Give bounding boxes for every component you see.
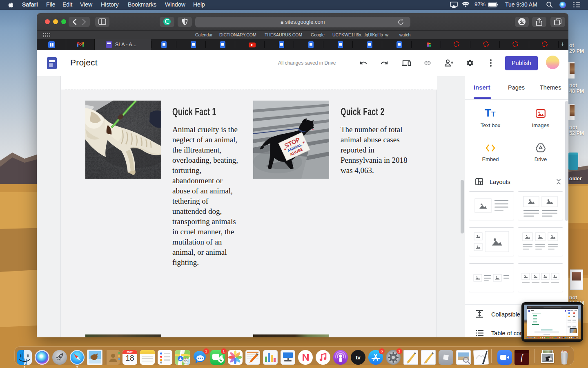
- svg-text:3D: 3D: [184, 360, 188, 363]
